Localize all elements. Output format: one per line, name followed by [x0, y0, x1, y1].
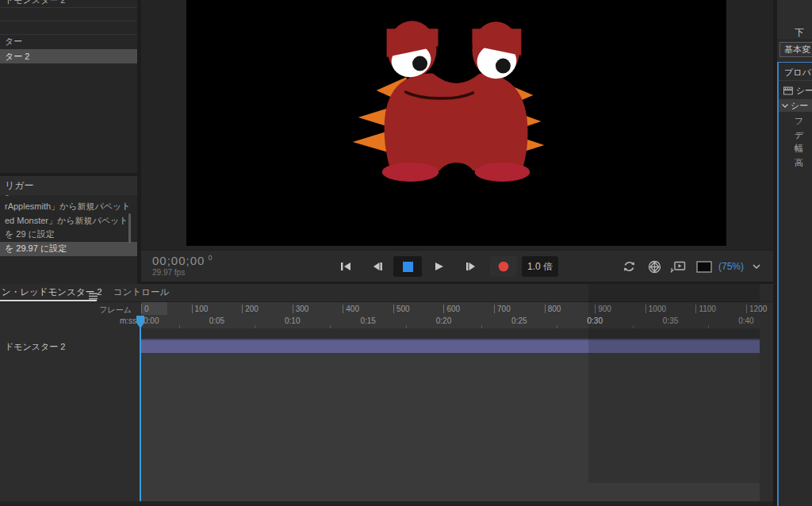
- frame-axis-label: フレーム: [99, 305, 132, 316]
- property-row[interactable]: フ: [795, 115, 812, 128]
- row-divider: [0, 7, 137, 8]
- gem-icon-button[interactable]: [645, 257, 663, 276]
- scene-section-header[interactable]: シー: [779, 99, 812, 112]
- properties-panel: プロパ シー シー フデ幅高: [777, 62, 812, 506]
- history-item[interactable]: を 29 に設定: [0, 228, 133, 242]
- scene-viewport: [141, 0, 773, 250]
- broadcast-icon: [670, 260, 686, 274]
- refresh-scene-button[interactable]: [620, 257, 638, 276]
- track-label[interactable]: ドモンスター 2: [5, 341, 65, 353]
- history-scrollbar[interactable]: [128, 213, 131, 243]
- red-monster-puppet[interactable]: [186, 0, 726, 246]
- character-animator-window: ドモンスター 2ターター 2 リガー 」rApplesmith」から新規パペット…: [0, 0, 812, 506]
- row-divider: [0, 34, 137, 35]
- frame-tick-label: 200: [242, 305, 259, 313]
- scene-section-label: シー: [791, 100, 808, 112]
- timeline-bottom-strip: [0, 501, 773, 506]
- time-axis-label: m:ss: [120, 316, 136, 325]
- property-row[interactable]: デ: [795, 129, 812, 142]
- transform-tab-button[interactable]: 基本変: [779, 42, 812, 57]
- history-item[interactable]: ed Monster」から新規パペット: [0, 214, 133, 228]
- background-color-icon: [696, 261, 712, 273]
- trigger-panel-header: リガー: [0, 176, 137, 195]
- timeline-panel: ン・レッドモンスター 2 コントロール フレーム m:ss 0100200300…: [0, 284, 773, 506]
- previous-frame-button[interactable]: [369, 257, 386, 276]
- frame-tick-label: 800: [545, 305, 561, 313]
- property-row[interactable]: 高: [795, 157, 812, 170]
- frame-tick-label: 100: [192, 305, 209, 313]
- active-tab-underline: [0, 300, 97, 301]
- row-divider: [0, 21, 137, 21]
- broadcast-stream-button[interactable]: [669, 257, 687, 276]
- playhead-line[interactable]: [140, 316, 141, 501]
- record-button[interactable]: [490, 256, 517, 277]
- history-list: 」rApplesmith」から新規パペットed Monster」から新規パペット…: [0, 195, 137, 284]
- time-tick-label: 0:20: [436, 316, 451, 325]
- monster-body: [385, 74, 528, 171]
- playback-bar: 00;00;000 29.97 fps 1.0 倍: [141, 250, 773, 282]
- gem-icon: [648, 260, 661, 274]
- record-icon: [499, 262, 509, 272]
- refresh-icon: [622, 260, 636, 273]
- ruler-axis-labels: フレーム m:ss: [0, 302, 141, 328]
- frame-tick-label: 0: [141, 305, 149, 313]
- timecode-frames: 0: [208, 254, 212, 262]
- divider: [777, 40, 812, 40]
- history-item[interactable]: を 29.97 に設定: [0, 242, 137, 256]
- stop-icon: [403, 262, 413, 272]
- divider: [779, 80, 812, 81]
- scene-item-label: シー: [796, 85, 812, 97]
- stage-background-toggle[interactable]: [695, 257, 714, 276]
- history-item[interactable]: rApplesmith」から新規パペット: [0, 200, 133, 214]
- puppet-list-item[interactable]: ター: [0, 35, 137, 48]
- puppet-list-panel: ドモンスター 2ターター 2: [0, 0, 137, 173]
- scene-item-row[interactable]: シー: [779, 83, 812, 98]
- play-button[interactable]: [431, 257, 448, 276]
- chevron-down-icon: [782, 104, 788, 108]
- scene-stage[interactable]: [186, 0, 726, 246]
- play-icon: [435, 263, 443, 270]
- zoom-dropdown[interactable]: [749, 258, 764, 274]
- frame-tick-label: 600: [443, 305, 460, 313]
- timecode[interactable]: 00;00;000: [152, 254, 212, 267]
- frame-rate-label: 29.97 fps: [152, 268, 185, 277]
- out-of-range-overlay: [588, 284, 760, 483]
- go-to-start-button[interactable]: [337, 257, 354, 276]
- track-header-column: ドモンスター 2: [0, 328, 141, 501]
- monster-leg-gap: [436, 163, 477, 201]
- time-tick-label: 0:00: [144, 316, 159, 325]
- right-dock: 下 基本変 プロパ シー シー フデ幅高: [777, 0, 812, 506]
- property-row[interactable]: 幅: [795, 143, 812, 155]
- puppet-list-item[interactable]: ドモンスター 2: [0, 0, 137, 7]
- frame-tick-label: 700: [494, 305, 511, 313]
- time-tick-label: 0:25: [511, 316, 527, 325]
- puppet-list-item[interactable]: [0, 8, 137, 21]
- time-tick-label: 0:05: [209, 316, 224, 325]
- dock-label: 下: [777, 26, 804, 40]
- puppet-list-item[interactable]: [0, 21, 137, 34]
- playhead-handle[interactable]: [136, 316, 145, 332]
- properties-panel-title: プロパ: [784, 67, 811, 79]
- frame-tick-label: 500: [393, 305, 410, 313]
- frame-tick-label: 300: [293, 305, 309, 313]
- time-tick-label: 0:15: [360, 316, 375, 325]
- zoom-level[interactable]: (75%): [718, 261, 744, 272]
- tab-control[interactable]: コントロール: [113, 286, 169, 298]
- playback-speed-button[interactable]: 1.0 倍: [522, 256, 558, 277]
- chevron-down-icon: [753, 264, 760, 269]
- tab-scene[interactable]: ン・レッドモンスター 2: [2, 286, 102, 298]
- stop-button[interactable]: [393, 256, 422, 277]
- clapperboard-icon: [783, 86, 793, 95]
- frame-tick-label: 400: [343, 305, 359, 313]
- time-tick-label: 0:10: [285, 316, 300, 325]
- trigger-panel: リガー 」rApplesmith」から新規パペットed Monster」から新規…: [0, 176, 137, 284]
- puppet-list-item[interactable]: ター 2: [0, 49, 137, 63]
- next-frame-button[interactable]: [462, 257, 480, 276]
